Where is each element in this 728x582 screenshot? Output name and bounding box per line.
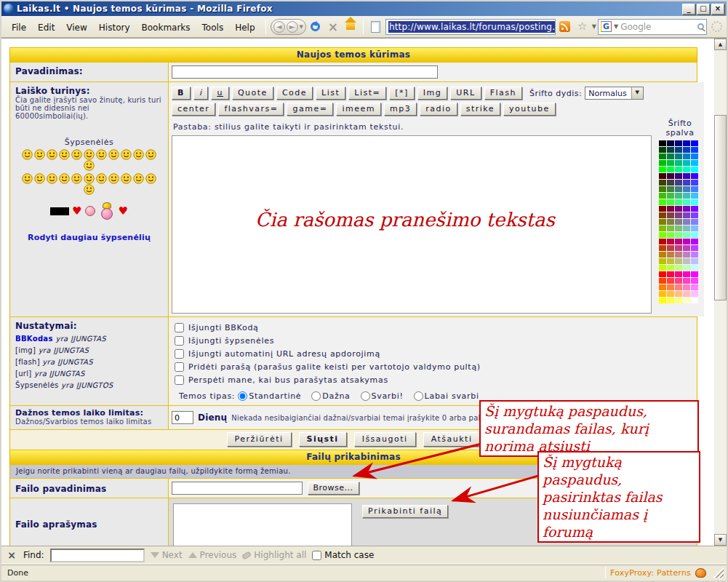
smiley-mad-icon[interactable] — [133, 149, 144, 160]
color-swatch[interactable] — [667, 239, 674, 244]
color-swatch[interactable] — [667, 160, 674, 166]
color-swatch[interactable] — [659, 167, 666, 172]
color-swatch[interactable] — [683, 271, 690, 277]
color-swatch[interactable] — [667, 232, 674, 238]
browse-button[interactable]: Browse... — [308, 482, 359, 495]
color-swatch[interactable] — [683, 140, 690, 146]
select-dropdown-icon[interactable]: ▼ — [631, 87, 643, 99]
smiley-heart-icon[interactable]: ♥ — [72, 206, 81, 217]
setting-term[interactable]: BBKodas — [15, 335, 55, 343]
color-swatch[interactable] — [675, 147, 682, 153]
color-swatch[interactable] — [659, 265, 666, 271]
color-swatch[interactable] — [675, 180, 682, 186]
color-swatch[interactable] — [683, 232, 690, 238]
bbcode-button-code[interactable]: Code — [276, 87, 313, 100]
topic-type-1[interactable]: Dažna — [311, 391, 350, 401]
color-swatch[interactable] — [667, 186, 674, 192]
color-swatch[interactable] — [675, 278, 682, 284]
google-engine-icon[interactable]: G — [601, 21, 612, 32]
color-swatch[interactable] — [667, 147, 674, 153]
color-swatch[interactable] — [667, 271, 674, 277]
color-swatch[interactable] — [667, 140, 674, 146]
color-swatch[interactable] — [683, 167, 690, 172]
menu-file[interactable]: File — [6, 20, 32, 35]
option-row-2[interactable]: Išjungti automatinį URL adresų apdorojim… — [175, 348, 694, 359]
color-swatch[interactable] — [691, 291, 698, 297]
color-swatch[interactable] — [675, 284, 682, 290]
color-swatch[interactable] — [659, 147, 666, 153]
color-swatch[interactable] — [659, 140, 666, 146]
color-swatch[interactable] — [659, 160, 666, 166]
filecomment-textarea[interactable] — [173, 503, 352, 546]
scrollbar-thumb[interactable] — [714, 115, 727, 300]
color-swatch[interactable] — [691, 298, 698, 303]
smiley-arrow-icon[interactable] — [108, 173, 119, 184]
color-swatch[interactable] — [667, 298, 674, 303]
color-swatch[interactable] — [659, 291, 666, 297]
bbcode-button-list[interactable]: List= — [348, 87, 386, 100]
option-checkbox-4[interactable] — [175, 375, 184, 385]
smiley-neutral-icon[interactable] — [59, 149, 70, 160]
option-row-0[interactable]: Išjungti BBKodą — [175, 322, 694, 333]
foxyproxy-icon[interactable] — [695, 568, 706, 578]
topic-type-0[interactable]: Standartinė — [238, 391, 301, 401]
color-swatch[interactable] — [683, 193, 690, 199]
color-swatch[interactable] — [667, 212, 674, 218]
color-swatch[interactable] — [691, 206, 698, 212]
scroll-up-button[interactable]: ▲ — [714, 39, 727, 50]
option-row-4[interactable]: Perspėti mane, kai bus parašytas atsakym… — [175, 375, 694, 386]
bbcode-button-u[interactable]: u — [211, 87, 228, 100]
color-swatch[interactable] — [659, 226, 666, 231]
color-swatch[interactable] — [691, 154, 698, 159]
smiley-happy-icon[interactable] — [121, 173, 132, 184]
rss-button[interactable] — [557, 19, 573, 35]
bbcode-button-strike[interactable]: strike — [460, 103, 500, 116]
color-swatch[interactable] — [683, 291, 690, 297]
color-swatch[interactable] — [659, 212, 666, 218]
smiley-surprised-icon[interactable] — [84, 149, 95, 160]
color-swatch[interactable] — [667, 206, 674, 212]
bbcode-button-[interactable]: [*] — [389, 87, 415, 100]
color-swatch[interactable] — [683, 284, 690, 290]
color-swatch[interactable] — [691, 258, 698, 264]
smiley-evil-icon[interactable] — [22, 173, 33, 184]
smiley-flirt-icon[interactable] — [59, 173, 70, 184]
smiley-eh-icon[interactable] — [121, 149, 132, 160]
bbcode-button-quote[interactable]: Quote — [232, 87, 273, 100]
color-swatch[interactable] — [691, 167, 698, 172]
find-next-button[interactable]: Next — [151, 550, 183, 560]
color-swatch[interactable] — [659, 154, 666, 159]
color-swatch[interactable] — [683, 252, 690, 258]
menu-bookmarks[interactable]: Bookmarks — [136, 20, 196, 35]
color-swatch[interactable] — [683, 186, 690, 192]
color-swatch[interactable] — [691, 265, 698, 271]
color-swatch[interactable] — [683, 226, 690, 231]
smiley-cool-icon[interactable] — [108, 149, 119, 160]
topic-type-radio-2[interactable] — [361, 391, 370, 401]
topic-type-radio-1[interactable] — [311, 391, 321, 401]
reload-button[interactable] — [308, 19, 324, 35]
color-swatch[interactable] — [659, 271, 666, 277]
color-swatch[interactable] — [667, 291, 674, 297]
color-swatch[interactable] — [683, 278, 690, 284]
color-swatch[interactable] — [683, 298, 690, 303]
color-swatch[interactable] — [675, 193, 682, 199]
topic-type-3[interactable]: Labai svarbi — [414, 391, 479, 401]
color-swatch[interactable] — [675, 239, 682, 244]
color-swatch[interactable] — [667, 258, 674, 264]
filename-input[interactable] — [172, 482, 303, 495]
smiley-crying-icon[interactable] — [84, 160, 95, 171]
bbcode-button-youtube[interactable]: youtube — [503, 103, 556, 116]
message-textarea[interactable]: Čia rašomas pranešimo tekstas — [172, 135, 652, 314]
smiley-biggrin-icon[interactable] — [22, 149, 33, 160]
color-swatch[interactable] — [659, 193, 666, 199]
color-swatch[interactable] — [659, 258, 666, 264]
color-swatch[interactable] — [691, 140, 698, 146]
color-swatch[interactable] — [675, 291, 682, 297]
search-magnifier-icon[interactable] — [697, 23, 704, 30]
color-swatch[interactable] — [675, 271, 682, 277]
sisti-button[interactable]: Siųsti — [299, 432, 347, 447]
color-swatch[interactable] — [667, 193, 674, 199]
option-row-1[interactable]: Išjungti šypsenėles — [175, 335, 694, 346]
color-swatch[interactable] — [683, 154, 690, 159]
